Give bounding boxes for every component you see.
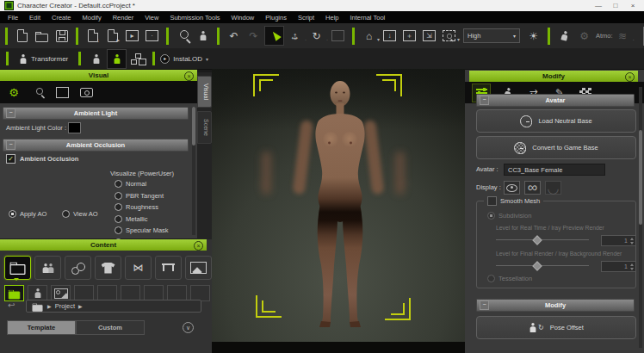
edit-mesh-button[interactable] (107, 49, 127, 69)
zoom-to-character-button[interactable] (174, 27, 192, 45)
spinner-down-icon[interactable] (630, 268, 634, 270)
scale-tool-button[interactable] (329, 27, 347, 45)
visualize-option-radio[interactable]: Normal (115, 180, 172, 188)
subcategory-folder[interactable] (4, 285, 24, 301)
ambient-light-section[interactable]: − Ambient Light (3, 107, 189, 120)
breadcrumb[interactable]: ▶ Project ▶ (26, 300, 201, 313)
wind-dropdown[interactable]: · (633, 37, 635, 42)
move-tool-button[interactable]: ↔↕ (286, 27, 304, 45)
send-to-button[interactable]: ▸ (123, 27, 141, 45)
motion-button[interactable] (555, 27, 573, 45)
visualize-option-radio[interactable]: Metallic (115, 215, 172, 223)
subdivision-radio[interactable]: Subdivision (487, 212, 531, 220)
display-mask-button[interactable]: ∞ (524, 181, 541, 195)
menu-item[interactable]: Modify (83, 14, 102, 22)
category-material-button[interactable] (65, 256, 91, 280)
render-image-button[interactable]: · (143, 27, 161, 45)
close-icon[interactable]: × (194, 241, 203, 251)
menu-item[interactable]: Render (113, 14, 134, 22)
modify-scrollbar[interactable] (639, 87, 642, 348)
tab-shadow[interactable] (53, 84, 71, 101)
open-project-button[interactable] (33, 27, 51, 45)
fit-view-button[interactable]: ⇲ (420, 27, 438, 45)
menu-item[interactable]: Window (232, 14, 255, 22)
content-panel-header[interactable]: Content × (0, 239, 207, 251)
scrollbar-thumb[interactable] (639, 130, 642, 225)
camera-frame-button[interactable] (440, 27, 458, 45)
export-button[interactable]: ▸ (103, 27, 121, 45)
tab-camera[interactable] (77, 84, 95, 101)
spinner-up-icon[interactable] (630, 238, 634, 240)
save-project-button[interactable] (53, 27, 71, 45)
minimize-button[interactable]: — (591, 0, 605, 11)
menu-item[interactable]: Script (298, 14, 314, 22)
category-props-button[interactable] (155, 256, 182, 280)
spinner-up-icon[interactable] (630, 263, 634, 266)
category-actor-button[interactable] (34, 256, 61, 280)
level-final-spinner[interactable]: 1 (601, 261, 636, 272)
category-accessory-button[interactable]: ⋈ (125, 256, 152, 280)
tab-template[interactable]: Template (7, 320, 76, 335)
ambient-occlusion-section[interactable]: − Ambient Occlusion (3, 139, 189, 152)
instalod-button[interactable]: ▸ InstaLOD ▾ (160, 54, 208, 64)
menu-item[interactable]: Internal Tool (350, 14, 386, 22)
category-cloth-button[interactable] (95, 256, 121, 280)
side-tab-visual[interactable]: Visual (197, 76, 212, 108)
display-extra-button[interactable]: ◡ (545, 181, 561, 195)
close-button[interactable]: × (626, 0, 640, 11)
ambient-occlusion-checkbox[interactable]: ✓ (6, 154, 15, 164)
lighting-button[interactable]: ☀ (524, 27, 542, 45)
apply-ao-radio[interactable]: Apply AO (9, 210, 46, 218)
edit-pose-button[interactable] (87, 50, 105, 68)
modify-panel-header[interactable]: Modify × (469, 71, 638, 82)
menu-item[interactable]: View (145, 14, 158, 22)
redo-button[interactable]: ↷ (245, 27, 263, 45)
tessellation-radio[interactable]: Tessellation (487, 275, 532, 282)
menu-item[interactable]: Create (52, 14, 71, 22)
side-tab-scene[interactable]: Scene (197, 111, 212, 144)
quality-select[interactable]: High ▾ (463, 28, 520, 43)
smooth-mesh-checkbox[interactable] (487, 196, 497, 206)
display-eye-button[interactable] (504, 181, 520, 195)
category-stage-button[interactable] (185, 256, 212, 280)
tab-light[interactable] (29, 84, 46, 101)
category-project-button[interactable] (4, 256, 31, 280)
level-realtime-spinner[interactable]: 1 (601, 235, 636, 246)
slider-knob[interactable] (532, 261, 542, 270)
pose-offset-button[interactable]: ↻ Pose Offset (476, 316, 636, 339)
frame-selected-button[interactable]: ↓ (381, 27, 399, 45)
level-final-slider[interactable] (496, 261, 589, 269)
move-tool-dropdown[interactable]: · (305, 37, 307, 42)
tab-render-settings[interactable]: ⚙ (5, 84, 22, 101)
undo-button[interactable]: ↶ (225, 27, 243, 45)
expand-list-icon[interactable]: ∨ (183, 322, 194, 333)
collapse-icon[interactable]: − (480, 300, 489, 310)
avatar-section[interactable]: − Avatar (476, 94, 635, 107)
convert-to-game-base-button[interactable]: Convert to Game Base (476, 136, 636, 159)
ambient-light-color-swatch[interactable] (68, 122, 81, 133)
skin-weight-button[interactable] (128, 50, 146, 68)
load-neutral-base-button[interactable]: Load Neutral Base (476, 109, 636, 133)
visualize-option-radio[interactable]: Roughness (115, 203, 172, 211)
rotate-tool-dropdown[interactable]: · (326, 37, 328, 42)
select-tool-button[interactable] (264, 26, 284, 46)
viewport-3d[interactable] (212, 69, 465, 353)
menu-item[interactable]: File (8, 14, 18, 22)
scrollbar-thumb[interactable] (192, 107, 195, 146)
level-realtime-slider[interactable] (496, 235, 589, 244)
maximize-button[interactable]: □ (609, 0, 622, 11)
wind-effect-button[interactable]: ≋ (614, 27, 632, 45)
menu-item[interactable]: Plugins (265, 14, 287, 22)
slider-knob[interactable] (532, 235, 542, 245)
atmosphere-settings-button[interactable]: ⚙ (575, 27, 593, 45)
calibration-pose-button[interactable] (194, 27, 212, 45)
back-icon[interactable]: ↩ (8, 300, 15, 310)
menu-item[interactable]: Help (325, 14, 338, 22)
rotate-tool-button[interactable]: ↻ (307, 27, 325, 45)
menu-item[interactable]: Submission Tools (170, 14, 220, 22)
new-project-button[interactable] (13, 27, 31, 45)
menu-item[interactable]: Edit (29, 14, 40, 22)
center-view-button[interactable]: ＋ (400, 27, 418, 45)
visualize-option-radio[interactable]: PBR Tangent (115, 192, 172, 200)
close-icon[interactable]: × (625, 72, 635, 82)
